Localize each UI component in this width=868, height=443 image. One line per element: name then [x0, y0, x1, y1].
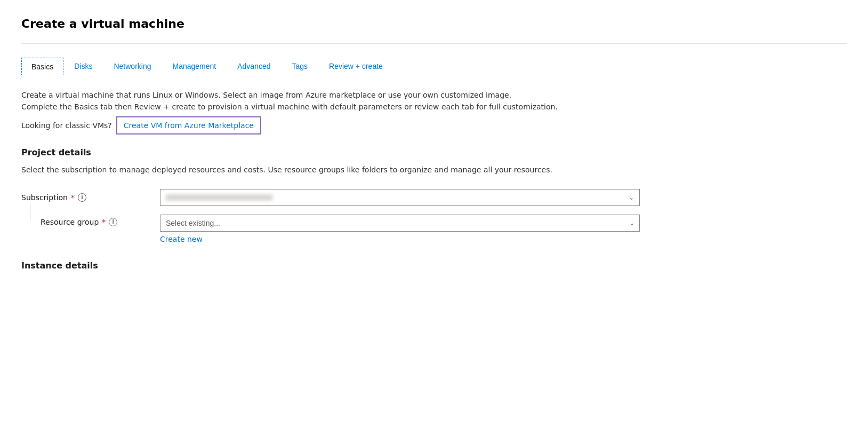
resource-group-select-wrapper: Select existing... ⌄ — [160, 215, 640, 232]
resource-group-dropdown[interactable]: Select existing... — [160, 215, 640, 232]
divider — [21, 43, 847, 44]
project-details-title: Project details — [21, 147, 847, 157]
tab-advanced[interactable]: Advanced — [227, 57, 281, 76]
subscription-label: Subscription — [21, 193, 68, 202]
tab-basics[interactable]: Basics — [21, 58, 63, 75]
instance-details-title: Instance details — [21, 260, 847, 271]
description-block: Create a virtual machine that runs Linux… — [21, 89, 847, 135]
subscription-chevron-icon: ⌄ — [629, 194, 634, 201]
tabs-container: Basics Disks Networking Management Advan… — [21, 57, 847, 76]
resource-group-control-col: Select existing... ⌄ Create new — [160, 215, 640, 243]
subscription-value-blurred — [166, 194, 272, 201]
tab-review-create[interactable]: Review + create — [318, 57, 393, 76]
subscription-required-star: * — [71, 193, 75, 202]
resource-group-required-star: * — [102, 218, 106, 226]
indent-line — [30, 203, 30, 221]
page-title: Create a virtual machine — [21, 17, 847, 30]
subscription-info-icon[interactable]: i — [78, 193, 86, 202]
subscription-dropdown[interactable]: ⌄ — [160, 189, 640, 206]
create-vm-marketplace-link[interactable]: Create VM from Azure Marketplace — [116, 116, 261, 135]
create-new-resource-group-link[interactable]: Create new — [160, 235, 203, 243]
subscription-control-col: ⌄ — [160, 189, 640, 206]
resource-group-row: Resource group * i Select existing... ⌄ … — [21, 215, 847, 243]
subscription-label-col: Subscription * i — [21, 193, 160, 202]
description-line1: Create a virtual machine that runs Linux… — [21, 89, 847, 101]
resource-group-label: Resource group — [41, 218, 99, 226]
resource-group-label-col: Resource group * i — [21, 215, 160, 226]
resource-group-info-icon[interactable]: i — [109, 218, 117, 226]
classic-vm-label: Looking for classic VMs? — [21, 120, 112, 131]
tab-management[interactable]: Management — [162, 57, 227, 76]
tab-disks[interactable]: Disks — [63, 57, 103, 76]
subscription-row: Subscription * i ⌄ — [21, 189, 847, 206]
classic-vm-row: Looking for classic VMs? Create VM from … — [21, 116, 847, 135]
description-line2: Complete the Basics tab then Review + cr… — [21, 101, 847, 113]
project-details-description: Select the subscription to manage deploy… — [21, 164, 847, 176]
tab-tags[interactable]: Tags — [282, 57, 319, 76]
tab-networking[interactable]: Networking — [103, 57, 162, 76]
